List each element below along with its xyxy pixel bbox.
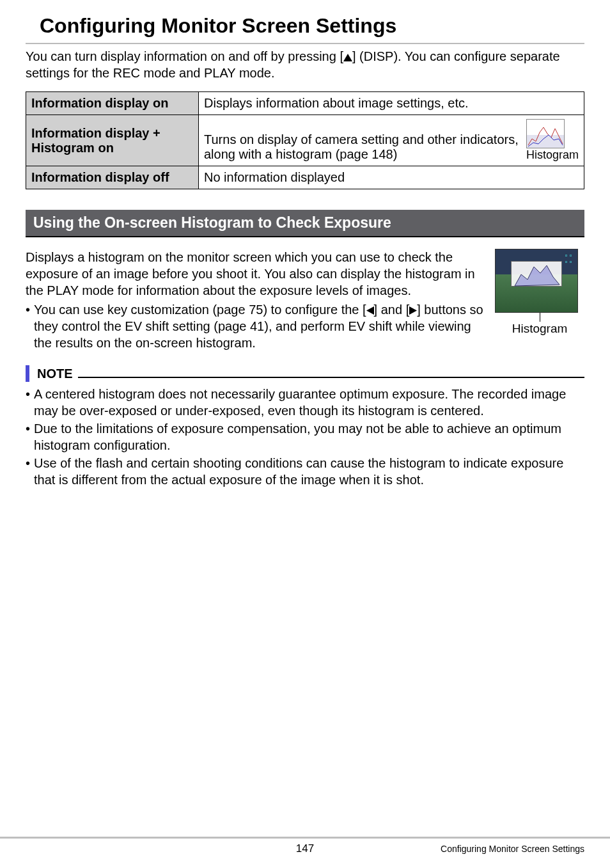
bullet-mark: • — [26, 420, 30, 454]
section-bullet: • You can use key customization (page 75… — [26, 301, 483, 351]
list-item: • A centered histogram does not necessar… — [26, 386, 584, 419]
row2-desc: Turns on display of camera setting and o… — [199, 115, 584, 166]
left-triangle-icon — [366, 306, 374, 315]
histogram-label: Histogram — [495, 322, 584, 336]
bullet-mark: • — [26, 386, 30, 419]
page-footer: 147 Configuring Monitor Screen Settings — [0, 837, 610, 854]
footer-section-name: Configuring Monitor Screen Settings — [441, 844, 584, 854]
intro-text: You can turn display information on and … — [26, 48, 584, 81]
histogram-overlay-icon — [511, 261, 562, 287]
note-list: • A centered histogram does not necessar… — [26, 386, 584, 488]
intro-a: You can turn display information on and … — [26, 49, 343, 63]
note-text: A centered histogram does not necessaril… — [34, 386, 584, 419]
table-row: Information display on Displays informat… — [26, 92, 584, 115]
screen-indicator-icon: ▫ ▫▫ ▫ — [562, 252, 575, 265]
pointer-line — [540, 313, 540, 322]
bullet-a: You can use key customization (page 75) … — [34, 303, 366, 317]
note-label: NOTE — [37, 367, 73, 381]
section-paragraph: Displays a histogram on the monitor scre… — [26, 249, 483, 299]
list-item: • Use of the flash and certain shooting … — [26, 455, 584, 488]
note-divider — [78, 377, 584, 378]
row2-text: Turns on display of camera setting and o… — [204, 132, 520, 162]
row2-img-label: Histogram — [526, 148, 579, 162]
row3-desc: No information displayed — [199, 166, 584, 189]
histogram-screenshot: ▫ ▫▫ ▫ — [495, 249, 578, 313]
bullet-b: ] and [ — [374, 303, 410, 317]
page-title: Configuring Monitor Screen Settings — [26, 12, 584, 44]
row2-header: Information display + Histogram on — [26, 115, 199, 166]
right-triangle-icon — [409, 306, 417, 315]
bullet-mark: • — [26, 301, 30, 351]
row3-header: Information display off — [26, 166, 199, 189]
note-accent-bar — [26, 365, 29, 382]
row1-desc: Displays information about image setting… — [199, 92, 584, 115]
svg-marker-2 — [409, 306, 417, 315]
up-triangle-icon — [343, 54, 352, 61]
bullet-mark: • — [26, 455, 30, 488]
note-text: Due to the limitations of exposure compe… — [34, 420, 584, 454]
table-row: Information display off No information d… — [26, 166, 584, 189]
note-text: Use of the flash and certain shooting co… — [34, 455, 584, 488]
list-item: • Due to the limitations of exposure com… — [26, 420, 584, 454]
page-number: 147 — [296, 842, 314, 855]
section-heading: Using the On-screen Histogram to Check E… — [26, 210, 584, 237]
info-table: Information display on Displays informat… — [26, 91, 584, 189]
svg-marker-3 — [515, 265, 559, 286]
svg-marker-1 — [366, 306, 374, 315]
histogram-thumb-icon — [526, 119, 565, 148]
svg-marker-0 — [343, 54, 352, 61]
table-row: Information display + Histogram on Turns… — [26, 115, 584, 166]
row1-header: Information display on — [26, 92, 199, 115]
